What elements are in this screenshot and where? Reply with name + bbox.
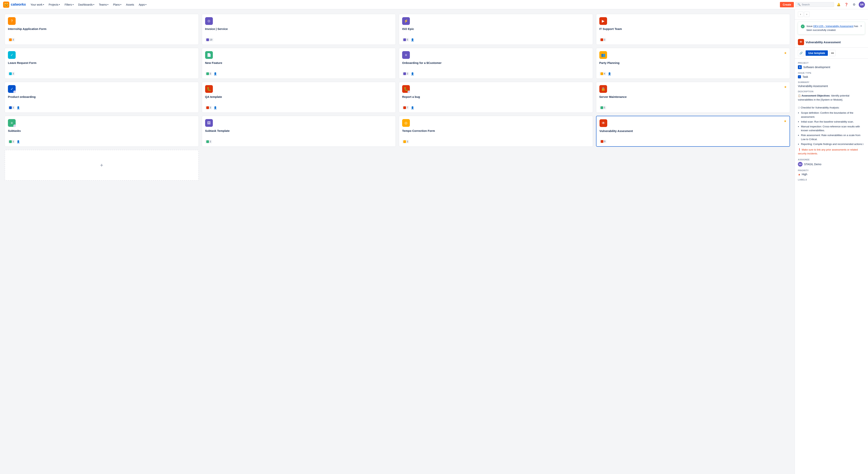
priority-label: Priority [798, 169, 865, 172]
card-title: Vulnerability Assesment [599, 129, 787, 133]
panel-template-title: Vulnerability Assessment [806, 40, 841, 44]
app-logo[interactable]: 🐱 catworkx [3, 2, 26, 8]
count-badge: 3 [8, 106, 15, 109]
card-icon: 🐛 [205, 85, 213, 93]
card-title: New Feature [205, 61, 393, 64]
nav-dashboards[interactable]: Dashboards ▾ [77, 2, 96, 7]
overlay-badge [407, 91, 410, 93]
count-badge: 5 [402, 38, 409, 41]
card-top: 🐛 [402, 85, 590, 93]
card-title: QA template [205, 95, 393, 98]
template-card-leave-request[interactable]: ✓ Leave Request Form 3 [5, 48, 199, 79]
favorite-star[interactable]: ★ [784, 119, 786, 123]
nav-teams[interactable]: Teams ▾ [97, 2, 110, 7]
template-card-new-feature[interactable]: 📄 New Feature 3 👤 [202, 48, 396, 79]
add-template-card[interactable]: + [5, 150, 199, 181]
card-top: ◎ [402, 119, 590, 127]
template-card-report-bug[interactable]: 🐛 Report a bug 7 👤 [399, 82, 593, 113]
group-icon: 👤 [214, 106, 217, 109]
card-top: 🔒 ★ [599, 85, 787, 93]
project-name: Software development [803, 66, 830, 69]
panel-actions: 🔗 Use template ••• [795, 48, 868, 59]
template-card-iso-epic[interactable]: ⚡ ISO Epic 5 👤 [399, 14, 593, 45]
card-meta: 3 [402, 140, 590, 143]
nav-assets[interactable]: Assets [124, 2, 135, 7]
template-icon: 👁 [798, 39, 804, 45]
templates-grid: ? Internship Application Form 3 ⊙ [5, 14, 790, 181]
card-meta: 4 👤 [599, 72, 787, 75]
panel-next-button[interactable]: › [804, 11, 809, 17]
group-icon: 👤 [17, 140, 20, 143]
card-icon: ≡ [8, 119, 16, 127]
favorite-star[interactable]: ★ [784, 51, 787, 55]
count-badge: 3 [8, 38, 15, 41]
summary-label: Summary [798, 81, 865, 83]
description-content: 📋 Assessment Objectives: Identify potent… [798, 94, 865, 156]
description-label: Description [798, 90, 865, 93]
issue-link[interactable]: DEV-225 - Vulnerability Assessment [813, 25, 854, 28]
template-card-tempo-correction[interactable]: ◎ Tempo Correction Form 3 [399, 116, 593, 147]
project-icon: S [798, 65, 802, 69]
use-template-button[interactable]: Use template [806, 50, 828, 56]
help-button[interactable]: ❓ [843, 2, 849, 8]
card-meta: 3 [8, 72, 195, 75]
card-meta: 3 👤 [205, 72, 393, 75]
count-badge: 3 [205, 140, 212, 143]
nav-plans[interactable]: Plans ▾ [112, 2, 123, 7]
card-meta: 3 👤 [205, 106, 393, 109]
settings-button[interactable]: ⚙ [851, 2, 857, 8]
count-badge: 3 [402, 140, 409, 143]
template-card-product-onboarding[interactable]: ✓ Product onboarding 3 👤 [5, 82, 199, 113]
card-meta: 7 👤 [402, 106, 590, 109]
favorite-star[interactable]: ★ [784, 85, 787, 89]
nav-projects[interactable]: Projects ▾ [47, 2, 62, 7]
nav-your-work[interactable]: Your work ▾ [29, 2, 45, 7]
card-title: Subtask Template [205, 129, 393, 132]
card-meta: 3 👤 [8, 106, 195, 109]
card-title: IT Support Team [599, 27, 787, 31]
assignee-name: STAGIL Demo [804, 163, 821, 166]
count-badge: 5 [599, 106, 607, 109]
card-icon: ✓ [8, 85, 16, 93]
template-card-it-support[interactable]: ▶ IT Support Team 3 [596, 14, 790, 45]
toast-close-button[interactable]: × [860, 24, 862, 28]
notifications-button[interactable]: 🔔 [836, 2, 842, 8]
labels-label: Labels [798, 178, 865, 181]
link-button[interactable]: 🔗 [798, 50, 804, 56]
card-meta: 5 [599, 106, 787, 109]
panel-content: Project S Software development Issue Typ… [795, 59, 868, 474]
card-top: 📄 [205, 51, 393, 59]
card-title: Product onboarding [8, 95, 195, 98]
card-top: ⚡ [402, 17, 590, 25]
count-badge: 4 [599, 72, 607, 75]
card-top: ≡ [402, 51, 590, 59]
create-button[interactable]: Create [780, 2, 794, 7]
template-card-subtask-template[interactable]: 🖼 Subtask Template 3 [202, 116, 396, 147]
card-top: ▶ [599, 17, 787, 25]
toast-message: Issue DEV-225 - Vulnerability Assessment… [807, 24, 858, 32]
card-top: ? [8, 17, 195, 25]
template-card-internship[interactable]: ? Internship Application Form 3 [5, 14, 199, 45]
card-icon: ◎ [402, 119, 410, 127]
issue-type-label: Issue Type [798, 72, 865, 74]
card-top: ✓ [8, 51, 195, 59]
user-avatar[interactable]: SR [859, 2, 865, 8]
panel-header: 👁 Vulnerability Assessment [795, 37, 868, 48]
doc-icon: 📋 [798, 94, 801, 98]
search-bar[interactable]: 🔍 Search [795, 2, 834, 7]
card-top: 🖼 [205, 119, 393, 127]
template-card-subtasks[interactable]: ≡ Subtasks 3 👤 [5, 116, 199, 147]
panel-prev-button[interactable]: ‹ [798, 11, 803, 17]
card-icon: 🔒 [599, 85, 607, 93]
nav-apps[interactable]: Apps ▾ [137, 2, 148, 7]
nav-filters[interactable]: Filters ▾ [63, 2, 75, 7]
template-card-vulnerability[interactable]: 👁 ★ Vulnerability Assesment 9 [596, 116, 790, 147]
template-card-server-maintenance[interactable]: 🔒 ★ Server Maintenance 5 [596, 82, 790, 113]
template-card-onboarding[interactable]: ≡ Onboarding for a $Customer 3 👤 [399, 48, 593, 79]
card-icon: 👥 [599, 51, 607, 59]
template-card-qa-template[interactable]: 🐛 QA template 3 👤 [202, 82, 396, 113]
card-meta: 3 👤 [8, 140, 195, 143]
template-card-invoice[interactable]: ⊙ Invoice | Service 19 [202, 14, 396, 45]
more-options-button[interactable]: ••• [829, 50, 836, 56]
template-card-party-planning[interactable]: 👥 ★ Party Planning 4 👤 [596, 48, 790, 79]
